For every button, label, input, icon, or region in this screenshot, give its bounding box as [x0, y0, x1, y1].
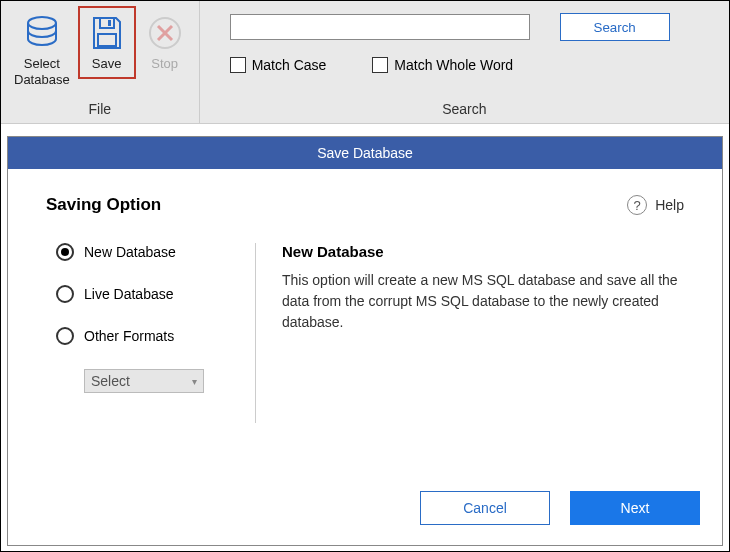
stop-icon — [144, 12, 186, 54]
save-icon — [86, 12, 128, 54]
cancel-button[interactable]: Cancel — [420, 491, 550, 525]
save-database-dialog: Save Database Saving Option ? Help New D… — [7, 136, 723, 546]
radio-label: Other Formats — [84, 328, 174, 344]
match-case-checkbox[interactable]: Match Case — [230, 57, 327, 73]
radio-other-formats[interactable]: Other Formats — [56, 327, 255, 345]
radio-icon — [56, 327, 74, 345]
radio-live-database[interactable]: Live Database — [56, 285, 255, 303]
stop-button: Stop — [136, 6, 194, 97]
radio-label: Live Database — [84, 286, 174, 302]
save-button[interactable]: Save — [78, 6, 136, 97]
next-button[interactable]: Next — [570, 491, 700, 525]
match-whole-label: Match Whole Word — [394, 57, 513, 73]
search-button[interactable]: Search — [560, 13, 670, 41]
select-value: Select — [91, 373, 130, 389]
chevron-down-icon: ▾ — [192, 376, 197, 387]
svg-rect-3 — [98, 34, 116, 46]
help-button[interactable]: ? Help — [627, 195, 684, 215]
stop-label: Stop — [151, 56, 178, 72]
ribbon-group-file: Select Database Save Stop File — [1, 1, 200, 123]
checkbox-icon — [372, 57, 388, 73]
ribbon-bar: Select Database Save Stop File Sear — [1, 1, 729, 124]
match-whole-word-checkbox[interactable]: Match Whole Word — [372, 57, 513, 73]
database-icon — [21, 12, 63, 54]
description-body: This option will create a new MS SQL dat… — [282, 270, 678, 333]
radio-icon — [56, 285, 74, 303]
radio-icon — [56, 243, 74, 261]
search-group-label: Search — [200, 97, 729, 123]
match-case-label: Match Case — [252, 57, 327, 73]
svg-point-0 — [28, 17, 56, 29]
file-group-label: File — [1, 97, 199, 123]
svg-rect-1 — [100, 18, 114, 28]
select-database-button[interactable]: Select Database — [6, 6, 78, 97]
saving-option-heading: Saving Option — [46, 195, 161, 215]
svg-rect-2 — [108, 20, 111, 26]
checkbox-icon — [230, 57, 246, 73]
format-select[interactable]: Select ▾ — [84, 369, 204, 393]
select-database-label: Select Database — [14, 56, 70, 87]
description-panel: New Database This option will create a n… — [256, 243, 684, 423]
help-label: Help — [655, 197, 684, 213]
radio-label: New Database — [84, 244, 176, 260]
radio-new-database[interactable]: New Database — [56, 243, 255, 261]
description-heading: New Database — [282, 243, 678, 260]
save-label: Save — [92, 56, 122, 72]
dialog-title: Save Database — [8, 137, 722, 169]
ribbon-group-search: Search Match Case Match Whole Word Searc… — [200, 1, 729, 123]
search-input[interactable] — [230, 14, 530, 40]
help-icon: ? — [627, 195, 647, 215]
options-panel: New Database Live Database Other Formats… — [46, 243, 256, 423]
